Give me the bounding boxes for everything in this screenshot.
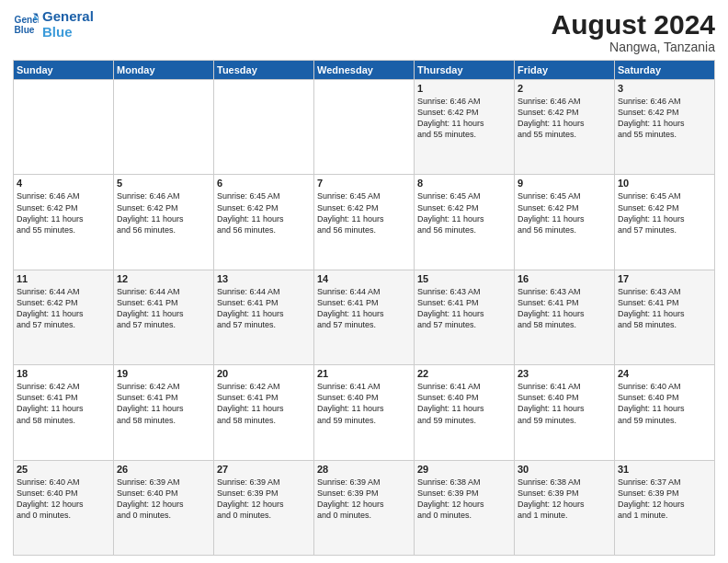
logo-icon: General Blue (13, 12, 39, 38)
day-number: 20 (217, 368, 311, 379)
header: General Blue General Blue August 2024 Na… (13, 9, 715, 54)
day-number: 2 (518, 83, 611, 94)
logo-general: General (42, 9, 94, 25)
calendar-week-2: 4Sunrise: 6:46 AM Sunset: 6:42 PM Daylig… (14, 175, 715, 270)
calendar-week-4: 18Sunrise: 6:42 AM Sunset: 6:41 PM Dayli… (14, 365, 715, 460)
calendar-cell: 9Sunrise: 6:45 AM Sunset: 6:42 PM Daylig… (515, 175, 615, 270)
day-number: 16 (518, 273, 611, 284)
day-number: 31 (618, 464, 711, 475)
location: Nangwa, Tanzania (552, 40, 715, 54)
calendar-cell: 31Sunrise: 6:37 AM Sunset: 6:39 PM Dayli… (615, 460, 715, 555)
cell-info: Sunrise: 6:39 AM Sunset: 6:39 PM Dayligh… (317, 477, 411, 522)
calendar-cell: 27Sunrise: 6:39 AM Sunset: 6:39 PM Dayli… (214, 460, 314, 555)
day-number: 23 (518, 368, 611, 379)
cell-info: Sunrise: 6:46 AM Sunset: 6:42 PM Dayligh… (17, 190, 110, 236)
calendar-cell (214, 80, 314, 175)
cell-info: Sunrise: 6:43 AM Sunset: 6:41 PM Dayligh… (417, 286, 511, 331)
month-year: August 2024 (552, 9, 715, 40)
cell-info: Sunrise: 6:41 AM Sunset: 6:40 PM Dayligh… (518, 381, 611, 426)
cell-info: Sunrise: 6:45 AM Sunset: 6:42 PM Dayligh… (217, 190, 311, 236)
calendar-header-thursday: Thursday (415, 61, 515, 80)
cell-info: Sunrise: 6:41 AM Sunset: 6:40 PM Dayligh… (317, 381, 411, 426)
day-number: 22 (417, 368, 511, 379)
calendar-cell: 1Sunrise: 6:46 AM Sunset: 6:42 PM Daylig… (415, 80, 515, 175)
calendar-cell: 5Sunrise: 6:46 AM Sunset: 6:42 PM Daylig… (114, 175, 214, 270)
calendar-cell: 3Sunrise: 6:46 AM Sunset: 6:42 PM Daylig… (615, 80, 715, 175)
cell-info: Sunrise: 6:43 AM Sunset: 6:41 PM Dayligh… (518, 286, 611, 331)
logo: General Blue General Blue (13, 9, 94, 40)
day-number: 5 (117, 178, 210, 189)
day-number: 10 (618, 178, 711, 189)
cell-info: Sunrise: 6:40 AM Sunset: 6:40 PM Dayligh… (618, 381, 711, 426)
calendar-cell: 30Sunrise: 6:38 AM Sunset: 6:39 PM Dayli… (515, 460, 615, 555)
day-number: 12 (117, 273, 210, 284)
calendar-cell: 16Sunrise: 6:43 AM Sunset: 6:41 PM Dayli… (515, 270, 615, 364)
calendar-cell: 22Sunrise: 6:41 AM Sunset: 6:40 PM Dayli… (415, 365, 515, 460)
day-number: 11 (17, 273, 110, 284)
cell-info: Sunrise: 6:38 AM Sunset: 6:39 PM Dayligh… (417, 477, 511, 522)
calendar-cell: 8Sunrise: 6:45 AM Sunset: 6:42 PM Daylig… (415, 175, 515, 270)
calendar-cell: 15Sunrise: 6:43 AM Sunset: 6:41 PM Dayli… (415, 270, 515, 364)
day-number: 18 (17, 368, 110, 379)
cell-info: Sunrise: 6:46 AM Sunset: 6:42 PM Dayligh… (417, 96, 511, 141)
calendar-cell: 6Sunrise: 6:45 AM Sunset: 6:42 PM Daylig… (214, 175, 314, 270)
cell-info: Sunrise: 6:44 AM Sunset: 6:41 PM Dayligh… (317, 286, 411, 331)
day-number: 14 (317, 273, 411, 284)
calendar-header-friday: Friday (515, 61, 615, 80)
cell-info: Sunrise: 6:37 AM Sunset: 6:39 PM Dayligh… (618, 477, 711, 522)
day-number: 7 (317, 178, 411, 189)
calendar-cell: 26Sunrise: 6:39 AM Sunset: 6:40 PM Dayli… (114, 460, 214, 555)
calendar-cell: 21Sunrise: 6:41 AM Sunset: 6:40 PM Dayli… (314, 365, 415, 460)
page: General Blue General Blue August 2024 Na… (0, 0, 728, 563)
calendar-cell: 29Sunrise: 6:38 AM Sunset: 6:39 PM Dayli… (415, 460, 515, 555)
calendar-cell: 17Sunrise: 6:43 AM Sunset: 6:41 PM Dayli… (615, 270, 715, 364)
calendar-cell: 25Sunrise: 6:40 AM Sunset: 6:40 PM Dayli… (14, 460, 114, 555)
day-number: 8 (417, 178, 511, 189)
logo-text-block: General Blue (42, 9, 94, 40)
calendar-cell (314, 80, 415, 175)
calendar-cell (114, 80, 214, 175)
day-number: 4 (17, 178, 110, 189)
day-number: 3 (618, 83, 711, 94)
calendar-cell: 28Sunrise: 6:39 AM Sunset: 6:39 PM Dayli… (314, 460, 415, 555)
day-number: 1 (417, 83, 511, 94)
day-number: 25 (17, 464, 110, 475)
cell-info: Sunrise: 6:44 AM Sunset: 6:41 PM Dayligh… (117, 286, 210, 331)
cell-info: Sunrise: 6:45 AM Sunset: 6:42 PM Dayligh… (618, 190, 711, 236)
cell-info: Sunrise: 6:45 AM Sunset: 6:42 PM Dayligh… (417, 190, 511, 236)
calendar-cell: 2Sunrise: 6:46 AM Sunset: 6:42 PM Daylig… (515, 80, 615, 175)
calendar-table: SundayMondayTuesdayWednesdayThursdayFrid… (13, 60, 715, 556)
calendar-cell: 19Sunrise: 6:42 AM Sunset: 6:41 PM Dayli… (114, 365, 214, 460)
calendar-header-sunday: Sunday (14, 61, 114, 80)
day-number: 26 (117, 464, 210, 475)
calendar-week-5: 25Sunrise: 6:40 AM Sunset: 6:40 PM Dayli… (14, 460, 715, 555)
cell-info: Sunrise: 6:42 AM Sunset: 6:41 PM Dayligh… (217, 381, 311, 426)
calendar-week-1: 1Sunrise: 6:46 AM Sunset: 6:42 PM Daylig… (14, 80, 715, 175)
logo-blue: Blue (42, 25, 94, 40)
day-number: 17 (618, 273, 711, 284)
calendar-cell: 20Sunrise: 6:42 AM Sunset: 6:41 PM Dayli… (214, 365, 314, 460)
calendar-header-wednesday: Wednesday (314, 61, 415, 80)
calendar-cell: 12Sunrise: 6:44 AM Sunset: 6:41 PM Dayli… (114, 270, 214, 364)
day-number: 21 (317, 368, 411, 379)
calendar-cell: 13Sunrise: 6:44 AM Sunset: 6:41 PM Dayli… (214, 270, 314, 364)
cell-info: Sunrise: 6:44 AM Sunset: 6:42 PM Dayligh… (17, 286, 110, 331)
cell-info: Sunrise: 6:46 AM Sunset: 6:42 PM Dayligh… (117, 190, 210, 236)
calendar-header-saturday: Saturday (615, 61, 715, 80)
cell-info: Sunrise: 6:38 AM Sunset: 6:39 PM Dayligh… (518, 477, 611, 522)
cell-info: Sunrise: 6:39 AM Sunset: 6:39 PM Dayligh… (217, 477, 311, 522)
cell-info: Sunrise: 6:46 AM Sunset: 6:42 PM Dayligh… (618, 96, 711, 141)
cell-info: Sunrise: 6:40 AM Sunset: 6:40 PM Dayligh… (17, 477, 110, 522)
calendar-header-tuesday: Tuesday (214, 61, 314, 80)
calendar-cell: 24Sunrise: 6:40 AM Sunset: 6:40 PM Dayli… (615, 365, 715, 460)
calendar-cell: 23Sunrise: 6:41 AM Sunset: 6:40 PM Dayli… (515, 365, 615, 460)
calendar-cell: 18Sunrise: 6:42 AM Sunset: 6:41 PM Dayli… (14, 365, 114, 460)
calendar-header-row: SundayMondayTuesdayWednesdayThursdayFrid… (14, 61, 715, 80)
cell-info: Sunrise: 6:41 AM Sunset: 6:40 PM Dayligh… (417, 381, 511, 426)
day-number: 27 (217, 464, 311, 475)
svg-text:Blue: Blue (15, 25, 35, 35)
cell-info: Sunrise: 6:42 AM Sunset: 6:41 PM Dayligh… (117, 381, 210, 426)
calendar-cell (14, 80, 114, 175)
calendar-week-3: 11Sunrise: 6:44 AM Sunset: 6:42 PM Dayli… (14, 270, 715, 364)
calendar-header-monday: Monday (114, 61, 214, 80)
